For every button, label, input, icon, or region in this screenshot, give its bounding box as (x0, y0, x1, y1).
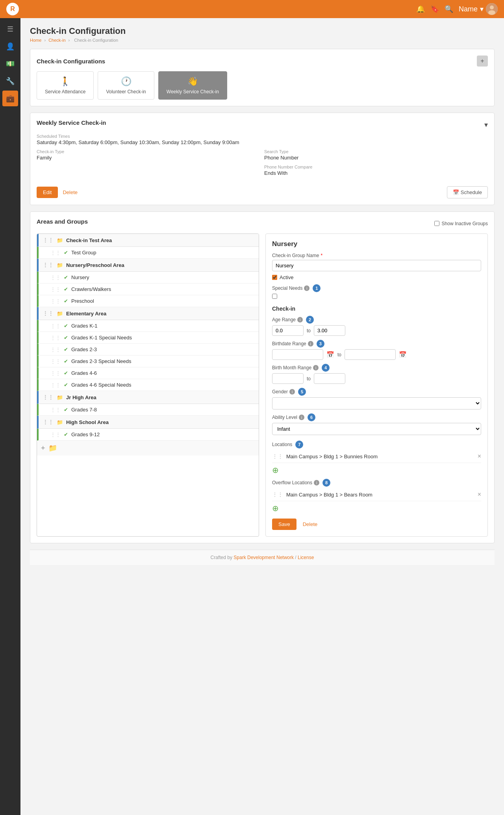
area-elementary: ⋮⋮ 📁 Elementary Area (37, 307, 259, 320)
edit-button[interactable]: Edit (37, 187, 58, 198)
weekly-action-left: Edit Delete (37, 187, 81, 198)
right-info: Search Type Phone Number Phone Number Co… (264, 149, 488, 180)
group-grades-k1-label: Grades K-1 (71, 323, 97, 329)
group-grades-23-label: Grades 2-3 (71, 346, 97, 352)
sidebar-item-checkin[interactable]: 💼 (2, 91, 18, 106)
breadcrumb-current: Check-in Configuration (74, 38, 118, 43)
group-preschool[interactable]: ⋮⋮ ✔ Preschool (37, 295, 259, 307)
group-grades-46-special[interactable]: ⋮⋮ ✔ Grades 4-6 Special Needs (37, 379, 259, 391)
birthdate-from-input[interactable] (272, 349, 323, 360)
footer-link-license[interactable]: License (298, 555, 314, 560)
area-elementary-label: Elementary Area (66, 311, 106, 317)
overflow-row-1: ⋮⋮ Main Campus > Bldg 1 > Bears Room × (272, 488, 481, 501)
save-button[interactable]: Save (272, 519, 296, 530)
top-navbar: R 🔔 🔖 🔍 Name ▾ (0, 0, 504, 18)
group-grades-k1[interactable]: ⋮⋮ ✔ Grades K-1 (37, 320, 259, 332)
birth-month-to-input[interactable] (314, 373, 345, 384)
birth-month-label-row: Birth Month Range i 4 (272, 364, 481, 372)
special-needs-checkbox[interactable] (272, 294, 277, 299)
ability-level-select[interactable]: Infant Toddler (272, 423, 481, 435)
overflow-1-remove-icon[interactable]: × (478, 491, 481, 498)
sidebar-item-people[interactable]: 👤 (2, 39, 18, 54)
user-menu[interactable]: Name ▾ (459, 3, 498, 15)
sidebar-item-settings[interactable]: 🔧 (2, 73, 18, 89)
configuration-buttons: 🚶 Service Attendance 🕐 Volunteer Check-i… (37, 71, 488, 100)
group-test-group[interactable]: ⋮⋮ ✔ Test Group (37, 247, 259, 259)
svg-point-2 (488, 10, 495, 15)
areas-layout: ⋮⋮ 📁 Check-in Test Area ⋮⋮ ✔ Test Group … (37, 233, 488, 537)
group-grades-78[interactable]: ⋮⋮ ✔ Grades 7-8 (37, 404, 259, 416)
config-label-weekly: Weekly Service Check-in (167, 89, 219, 94)
overflow-1-text: Main Campus > Bldg 1 > Bears Room (286, 492, 474, 498)
calendar-from-icon[interactable]: 📅 (326, 351, 334, 358)
sidebar-item-finance[interactable]: 💵 (2, 56, 18, 72)
required-marker: * (321, 253, 322, 258)
page-title: Check-in Configuration (30, 26, 495, 36)
footer-link-spark[interactable]: Spark Development Network (233, 555, 294, 560)
age-range-label-row: Age Range i 2 (272, 316, 481, 324)
birth-month-range-row: to (272, 373, 481, 384)
gender-info-icon[interactable]: i (289, 389, 295, 395)
birth-month-from-input[interactable] (272, 373, 304, 384)
group-crawlers[interactable]: ⋮⋮ ✔ Crawlers/Walkers (37, 283, 259, 295)
check-icon: ✔ (64, 298, 68, 304)
group-name-input[interactable] (272, 260, 481, 271)
tree-footer: + 📁 (37, 441, 259, 456)
add-folder-icon[interactable]: 📁 (48, 444, 57, 452)
group-grades-k1-special[interactable]: ⋮⋮ ✔ Grades K-1 Special Needs (37, 332, 259, 344)
group-grades-23-special[interactable]: ⋮⋮ ✔ Grades 2-3 Special Needs (37, 356, 259, 367)
drag-icon: ⋮⋮ (43, 237, 54, 243)
delete-button[interactable]: Delete (59, 187, 81, 198)
location-1-remove-icon[interactable]: × (478, 453, 481, 460)
search-icon[interactable]: 🔍 (445, 5, 453, 13)
birthdate-info-icon[interactable]: i (308, 341, 313, 346)
add-group-icon[interactable]: + (41, 444, 45, 452)
ability-level-label-row: Ability Level i 6 (272, 413, 481, 421)
special-needs-info-icon[interactable]: i (304, 285, 309, 291)
add-location-icon[interactable]: ⊕ (272, 465, 481, 475)
sidebar: ☰ 👤 💵 🔧 💼 (0, 18, 20, 815)
add-overflow-icon[interactable]: ⊕ (272, 504, 481, 513)
panel-delete-button[interactable]: Delete (300, 519, 321, 530)
locations-label-row: Locations 7 (272, 441, 481, 448)
birth-month-info-icon[interactable]: i (313, 365, 319, 370)
group-grades-912[interactable]: ⋮⋮ ✔ Grades 9-12 (37, 429, 259, 441)
drag-icon: ⋮⋮ (50, 335, 61, 341)
collapse-icon[interactable]: ▾ (484, 120, 488, 129)
notifications-icon[interactable]: 🔔 (416, 5, 425, 13)
config-btn-volunteer[interactable]: 🕐 Volunteer Check-in (98, 71, 154, 100)
schedule-button[interactable]: 📅 Schedule (447, 186, 488, 198)
show-inactive-checkbox[interactable] (434, 221, 439, 226)
age-from-input[interactable] (272, 325, 304, 336)
area-checkin-test: ⋮⋮ 📁 Check-in Test Area (37, 234, 259, 247)
sidebar-item-menu[interactable]: ☰ (2, 21, 18, 37)
drag-icon: ⋮⋮ (50, 346, 61, 352)
step-badge-7: 7 (295, 441, 303, 448)
overflow-info-icon[interactable]: i (314, 480, 319, 485)
age-to-input[interactable] (314, 325, 345, 336)
active-checkbox[interactable] (272, 275, 277, 280)
areas-header: Areas and Groups Show Inactive Groups (37, 218, 488, 229)
add-configuration-button[interactable]: + (477, 56, 488, 67)
birthdate-to-input[interactable] (345, 349, 396, 360)
step-badge-1: 1 (313, 284, 321, 292)
drag-icon: ⋮⋮ (50, 432, 61, 437)
group-grades-46[interactable]: ⋮⋮ ✔ Grades 4-6 (37, 367, 259, 379)
check-icon: ✔ (64, 432, 68, 437)
group-grades-23[interactable]: ⋮⋮ ✔ Grades 2-3 (37, 344, 259, 356)
config-btn-weekly[interactable]: 👋 Weekly Service Check-in (158, 71, 227, 100)
app-logo[interactable]: R (6, 3, 19, 15)
config-btn-service-attendance[interactable]: 🚶 Service Attendance (37, 71, 94, 100)
breadcrumb-home[interactable]: Home (30, 38, 41, 43)
group-grades-23-special-label: Grades 2-3 Special Needs (71, 358, 131, 364)
configurations-card: Check-in Configurations + 🚶 Service Atte… (30, 49, 495, 106)
breadcrumb-checkin[interactable]: Check-in (48, 38, 65, 43)
group-nursery[interactable]: ⋮⋮ ✔ Nursery (37, 272, 259, 283)
gender-select[interactable]: Male Female (272, 397, 481, 409)
bookmark-icon[interactable]: 🔖 (430, 5, 439, 13)
calendar-to-icon[interactable]: 📅 (399, 351, 407, 358)
ability-level-info-icon[interactable]: i (299, 415, 304, 420)
avatar (486, 3, 498, 15)
age-range-info-icon[interactable]: i (297, 317, 303, 322)
area-jr-high: ⋮⋮ 📁 Jr High Area (37, 391, 259, 404)
